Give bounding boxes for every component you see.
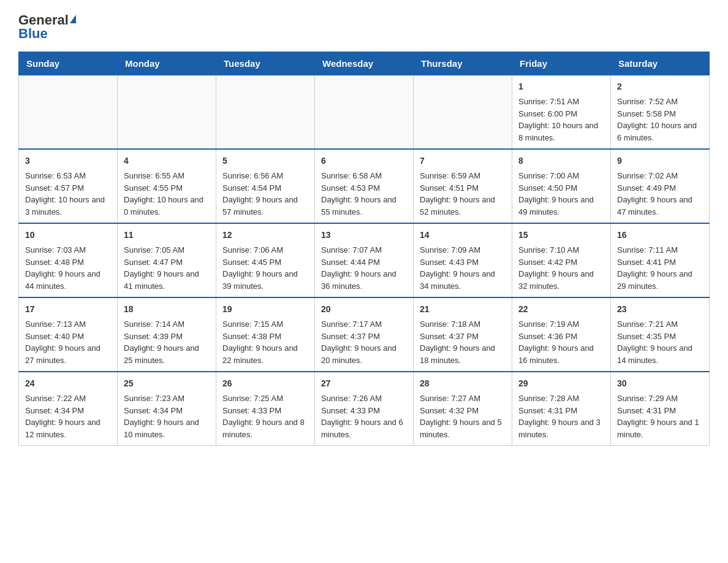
sunset-text: Sunset: 4:40 PM [25, 332, 84, 341]
day-number: 7 [420, 155, 506, 167]
sunrise-text: Sunrise: 7:00 AM [518, 171, 579, 180]
daylight-text: Daylight: 9 hours and 57 minutes. [222, 195, 298, 216]
daylight-text: Daylight: 9 hours and 55 minutes. [321, 195, 396, 216]
calendar-cell: 15Sunrise: 7:10 AMSunset: 4:42 PMDayligh… [512, 223, 611, 297]
daylight-text: Daylight: 10 hours and 6 minutes. [617, 121, 697, 142]
calendar-cell: 18Sunrise: 7:14 AMSunset: 4:39 PMDayligh… [118, 297, 216, 372]
daylight-text: Daylight: 9 hours and 10 minutes. [124, 418, 199, 439]
sunrise-text: Sunrise: 7:06 AM [222, 245, 283, 255]
daylight-text: Daylight: 9 hours and 27 minutes. [25, 343, 100, 365]
day-number: 21 [420, 303, 506, 316]
sunrise-text: Sunrise: 6:56 AM [222, 171, 283, 180]
sunset-text: Sunset: 4:55 PM [124, 183, 183, 193]
daylight-text: Daylight: 9 hours and 16 minutes. [518, 343, 594, 365]
calendar-cell: 5Sunrise: 6:56 AMSunset: 4:54 PMDaylight… [216, 149, 315, 223]
calendar-week-row: 17Sunrise: 7:13 AMSunset: 4:40 PMDayligh… [19, 297, 710, 372]
sunrise-text: Sunrise: 7:19 AM [518, 320, 579, 329]
calendar-cell: 1Sunrise: 7:51 AMSunset: 6:00 PMDaylight… [512, 75, 611, 150]
day-number: 30 [617, 377, 703, 390]
sunset-text: Sunset: 4:34 PM [25, 406, 84, 415]
daylight-text: Daylight: 9 hours and 12 minutes. [25, 418, 100, 439]
sunset-text: Sunset: 4:33 PM [222, 406, 281, 415]
calendar-cell: 25Sunrise: 7:23 AMSunset: 4:34 PMDayligh… [118, 372, 216, 446]
sunrise-text: Sunrise: 7:51 AM [518, 97, 579, 106]
day-number: 11 [124, 229, 210, 242]
sunset-text: Sunset: 4:37 PM [420, 332, 479, 341]
calendar-cell: 22Sunrise: 7:19 AMSunset: 4:36 PMDayligh… [512, 297, 611, 372]
calendar-header-row: SundayMondayTuesdayWednesdayThursdayFrid… [19, 52, 710, 75]
day-number: 18 [124, 303, 210, 316]
daylight-text: Daylight: 10 hours and 3 minutes. [25, 195, 105, 216]
day-number: 23 [617, 303, 703, 316]
calendar-cell: 9Sunrise: 7:02 AMSunset: 4:49 PMDaylight… [611, 149, 710, 223]
daylight-text: Daylight: 9 hours and 41 minutes. [124, 269, 199, 291]
calendar-cell: 17Sunrise: 7:13 AMSunset: 4:40 PMDayligh… [19, 297, 118, 372]
calendar-cell [414, 75, 512, 150]
sunset-text: Sunset: 4:45 PM [222, 258, 281, 267]
calendar-cell: 3Sunrise: 6:53 AMSunset: 4:57 PMDaylight… [19, 149, 118, 223]
daylight-text: Daylight: 9 hours and 1 minute. [617, 418, 699, 439]
calendar-header-thursday: Thursday [414, 52, 512, 75]
sunrise-text: Sunrise: 7:14 AM [124, 320, 184, 329]
calendar-cell: 7Sunrise: 6:59 AMSunset: 4:51 PMDaylight… [414, 149, 512, 223]
sunset-text: Sunset: 4:41 PM [617, 258, 676, 267]
sunrise-text: Sunrise: 7:02 AM [617, 171, 678, 180]
sunset-text: Sunset: 4:53 PM [321, 183, 380, 193]
calendar-cell: 21Sunrise: 7:18 AMSunset: 4:37 PMDayligh… [414, 297, 512, 372]
day-number: 17 [25, 303, 111, 316]
day-number: 28 [420, 377, 506, 390]
daylight-text: Daylight: 10 hours and 0 minutes. [124, 195, 203, 216]
calendar-header-wednesday: Wednesday [315, 52, 414, 75]
daylight-text: Daylight: 9 hours and 22 minutes. [222, 343, 298, 365]
calendar-cell: 24Sunrise: 7:22 AMSunset: 4:34 PMDayligh… [19, 372, 118, 446]
calendar-cell: 29Sunrise: 7:28 AMSunset: 4:31 PMDayligh… [512, 372, 611, 446]
day-number: 22 [518, 303, 604, 316]
day-number: 4 [124, 155, 210, 167]
sunrise-text: Sunrise: 7:52 AM [617, 97, 678, 106]
calendar-cell: 20Sunrise: 7:17 AMSunset: 4:37 PMDayligh… [315, 297, 414, 372]
sunset-text: Sunset: 4:51 PM [420, 183, 479, 193]
sunset-text: Sunset: 4:39 PM [124, 332, 183, 341]
daylight-text: Daylight: 9 hours and 47 minutes. [617, 195, 692, 216]
daylight-text: Daylight: 9 hours and 20 minutes. [321, 343, 396, 365]
sunrise-text: Sunrise: 7:17 AM [321, 320, 382, 329]
daylight-text: Daylight: 9 hours and 39 minutes. [222, 269, 298, 291]
calendar-cell: 26Sunrise: 7:25 AMSunset: 4:33 PMDayligh… [216, 372, 315, 446]
sunset-text: Sunset: 4:35 PM [617, 332, 676, 341]
day-number: 3 [25, 155, 111, 167]
calendar-cell: 14Sunrise: 7:09 AMSunset: 4:43 PMDayligh… [414, 223, 512, 297]
daylight-text: Daylight: 9 hours and 5 minutes. [420, 418, 502, 439]
day-number: 29 [518, 377, 604, 390]
sunset-text: Sunset: 5:58 PM [617, 109, 676, 118]
sunrise-text: Sunrise: 7:15 AM [222, 320, 283, 329]
day-number: 5 [222, 155, 308, 167]
calendar-week-row: 1Sunrise: 7:51 AMSunset: 6:00 PMDaylight… [19, 75, 710, 150]
sunset-text: Sunset: 4:54 PM [222, 183, 281, 193]
day-number: 24 [25, 377, 111, 390]
sunset-text: Sunset: 6:00 PM [518, 109, 577, 118]
sunrise-text: Sunrise: 7:03 AM [25, 245, 86, 255]
day-number: 26 [222, 377, 308, 390]
sunrise-text: Sunrise: 6:53 AM [25, 171, 86, 180]
sunrise-text: Sunrise: 7:25 AM [222, 394, 283, 403]
sunrise-text: Sunrise: 6:58 AM [321, 171, 382, 180]
calendar-header-sunday: Sunday [19, 52, 118, 75]
sunrise-text: Sunrise: 7:29 AM [617, 394, 678, 403]
sunset-text: Sunset: 4:43 PM [420, 258, 479, 267]
day-number: 15 [518, 229, 604, 242]
sunset-text: Sunset: 4:34 PM [124, 406, 183, 415]
calendar-header-saturday: Saturday [611, 52, 710, 75]
daylight-text: Daylight: 9 hours and 44 minutes. [25, 269, 100, 291]
day-number: 10 [25, 229, 111, 242]
sunset-text: Sunset: 4:31 PM [518, 406, 577, 415]
day-number: 16 [617, 229, 703, 242]
sunset-text: Sunset: 4:32 PM [420, 406, 479, 415]
calendar-cell: 11Sunrise: 7:05 AMSunset: 4:47 PMDayligh… [118, 223, 216, 297]
calendar-header-friday: Friday [512, 52, 611, 75]
daylight-text: Daylight: 9 hours and 52 minutes. [420, 195, 495, 216]
sunset-text: Sunset: 4:38 PM [222, 332, 281, 341]
daylight-text: Daylight: 10 hours and 8 minutes. [518, 121, 598, 142]
day-number: 1 [518, 80, 604, 93]
sunset-text: Sunset: 4:37 PM [321, 332, 380, 341]
day-number: 27 [321, 377, 407, 390]
